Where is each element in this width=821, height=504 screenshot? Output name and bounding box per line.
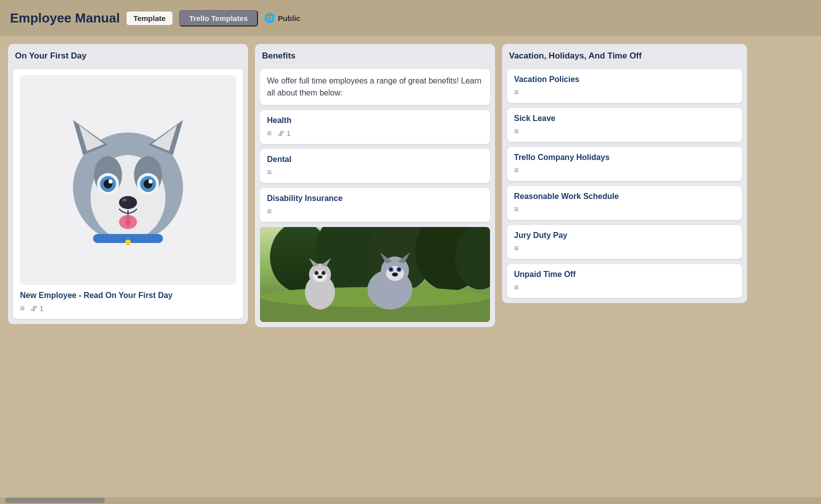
vacation-policies-meta: ≡: [514, 88, 735, 97]
public-label: Public: [278, 14, 300, 22]
public-button[interactable]: 🌐 Public: [264, 12, 300, 24]
husky-image: [20, 75, 236, 285]
vacation-policies-icon: ≡: [514, 88, 518, 97]
reasonable-work-title: Reasonable Work Schedule: [514, 192, 735, 201]
card-attachment: 🖇 1: [30, 304, 44, 312]
sick-leave-icon: ≡: [514, 127, 518, 136]
board: On Your First Day: [0, 36, 821, 339]
svg-point-14: [108, 180, 112, 184]
card-dental-meta: ≡: [267, 168, 483, 177]
health-attachment-count: 1: [286, 130, 290, 138]
health-description-icon: ≡: [267, 129, 272, 138]
card-benefits-description: We offer full time employees a range of …: [267, 75, 483, 99]
description-icon: ≡: [20, 304, 24, 313]
card-vacation-policies[interactable]: Vacation Policies ≡: [507, 69, 742, 103]
column-first-day: On Your First Day: [8, 44, 248, 324]
card-company-holidays[interactable]: Trello Company Holidays ≡: [507, 147, 742, 181]
card-dental[interactable]: Dental ≡: [260, 149, 490, 183]
unpaid-time-off-meta: ≡: [514, 283, 735, 292]
card-unpaid-time-off[interactable]: Unpaid Time Off ≡: [507, 264, 742, 298]
sick-leave-meta: ≡: [514, 127, 735, 136]
svg-point-46: [398, 268, 400, 271]
trello-templates-label: Trello Templates: [189, 14, 248, 22]
card-disability-title: Disability Insurance: [267, 194, 483, 203]
column-vacation: Vacation, Holidays, And Time Off Vacatio…: [502, 44, 747, 303]
unpaid-time-off-title: Unpaid Time Off: [514, 270, 735, 279]
svg-point-17: [122, 198, 127, 202]
company-holidays-title: Trello Company Holidays: [514, 153, 735, 162]
column-title-first-day: On Your First Day: [13, 51, 243, 64]
card-dental-title: Dental: [267, 155, 483, 164]
jury-duty-title: Jury Duty Pay: [514, 231, 735, 240]
attachment-count: 1: [40, 304, 44, 312]
card-disability[interactable]: Disability Insurance ≡: [260, 188, 490, 222]
card-health-meta: ≡ 🖇 1: [267, 129, 483, 138]
svg-point-36: [322, 271, 326, 275]
card-new-employee-meta: ≡ 🖇 1: [20, 304, 236, 313]
svg-point-19: [126, 215, 130, 227]
column-title-benefits: Benefits: [260, 51, 490, 64]
card-benefits-intro[interactable]: We offer full time employees a range of …: [260, 69, 490, 105]
unpaid-time-off-icon: ≡: [514, 283, 518, 292]
health-attachment-icon: 🖇: [278, 130, 284, 138]
dogs-photo: [260, 227, 490, 322]
column-benefits: Benefits We offer full time employees a …: [255, 44, 495, 327]
card-sick-leave[interactable]: Sick Leave ≡: [507, 108, 742, 142]
card-dogs-photo[interactable]: [260, 227, 490, 322]
svg-point-37: [318, 276, 322, 278]
card-disability-meta: ≡: [267, 207, 483, 216]
svg-point-47: [392, 272, 398, 276]
scrollbar-thumb[interactable]: [5, 498, 105, 503]
jury-duty-meta: ≡: [514, 244, 735, 253]
board-title: Employee Manual: [10, 10, 120, 26]
card-reasonable-work[interactable]: Reasonable Work Schedule ≡: [507, 186, 742, 220]
svg-point-45: [390, 268, 392, 271]
dental-description-icon: ≡: [267, 168, 272, 177]
jury-duty-icon: ≡: [514, 244, 518, 253]
svg-point-15: [148, 180, 152, 184]
husky-svg: [58, 110, 198, 250]
dogs-photo-svg: [260, 227, 490, 322]
company-holidays-meta: ≡: [514, 166, 735, 175]
reasonable-work-icon: ≡: [514, 205, 518, 214]
reasonable-work-meta: ≡: [514, 205, 735, 214]
globe-icon: 🌐: [264, 12, 275, 24]
app-header: Employee Manual Template Trello Template…: [0, 0, 821, 36]
attachment-icon: 🖇: [30, 304, 38, 312]
card-health[interactable]: Health ≡ 🖇 1: [260, 110, 490, 144]
health-attachment: 🖇 1: [278, 130, 290, 138]
svg-point-35: [314, 271, 318, 275]
vacation-policies-title: Vacation Policies: [514, 75, 735, 84]
company-holidays-icon: ≡: [514, 166, 518, 175]
card-jury-duty[interactable]: Jury Duty Pay ≡: [507, 225, 742, 259]
template-badge[interactable]: Template: [126, 11, 174, 26]
trello-templates-button[interactable]: Trello Templates: [179, 10, 258, 26]
card-new-employee[interactable]: New Employee - Read On Your First Day ≡ …: [13, 69, 243, 319]
bottom-scrollbar[interactable]: [0, 497, 821, 504]
svg-point-16: [119, 196, 137, 209]
benefits-scroll[interactable]: We offer full time employees a range of …: [260, 69, 490, 322]
card-new-employee-title: New Employee - Read On Your First Day: [20, 291, 236, 300]
disability-description-icon: ≡: [267, 207, 272, 216]
sick-leave-title: Sick Leave: [514, 114, 735, 123]
card-health-title: Health: [267, 116, 483, 125]
svg-point-21: [125, 240, 131, 246]
column-title-vacation: Vacation, Holidays, And Time Off: [507, 51, 742, 64]
